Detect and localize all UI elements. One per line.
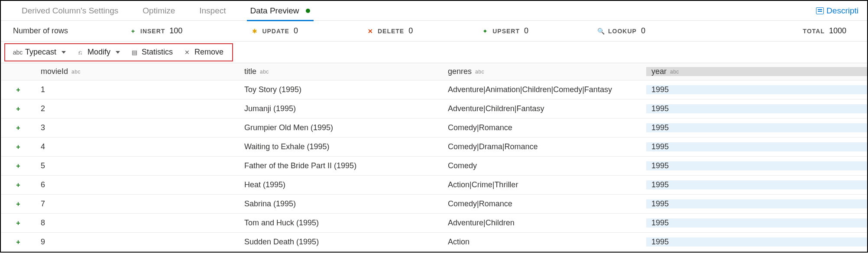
stat-name: UPDATE xyxy=(262,28,289,35)
cell-genres: Comedy|Romance xyxy=(443,199,646,208)
table-header: movieId abc title abc genres abc year ab… xyxy=(1,63,867,80)
cell-title: Sudden Death (1995) xyxy=(239,237,443,247)
modify-button[interactable]: ⎌ Modify xyxy=(72,45,124,60)
status-dot-icon xyxy=(306,9,310,13)
plus-icon: + xyxy=(16,200,20,208)
cell-year: 1995 xyxy=(646,104,867,113)
table-row[interactable]: +4Waiting to Exhale (1995)Comedy|Drama|R… xyxy=(1,138,867,157)
column-toolbar: abc Typecast ⎌ Modify ▤ Statistics ✕ Rem… xyxy=(4,43,233,61)
cell-genres: Action xyxy=(443,237,646,247)
stat-total: TOTAL 1000 xyxy=(803,26,846,35)
cell-genres: Action|Crime|Thriller xyxy=(443,180,646,189)
row-expand[interactable]: + xyxy=(1,142,36,151)
cell-year: 1995 xyxy=(646,85,867,94)
row-expand[interactable]: + xyxy=(1,199,36,208)
tab-optimize[interactable]: Optimize xyxy=(130,1,187,21)
table-row[interactable]: +5Father of the Bride Part II (1995)Come… xyxy=(1,157,867,176)
tab-inspect[interactable]: Inspect xyxy=(187,1,238,21)
type-badge: abc xyxy=(475,69,484,75)
cell-year: 1995 xyxy=(646,142,867,151)
cell-title: Grumpier Old Men (1995) xyxy=(239,123,443,132)
stat-name: LOOKUP xyxy=(608,28,637,35)
typecast-button[interactable]: abc Typecast xyxy=(10,45,70,60)
column-label: genres xyxy=(448,67,472,76)
row-expand[interactable]: + xyxy=(1,85,36,94)
plus-icon: + xyxy=(16,219,20,227)
description-link[interactable]: Descripti xyxy=(816,6,858,16)
button-label: Statistics xyxy=(142,48,173,57)
plus-icon: + xyxy=(16,86,20,93)
stat-value: 0 xyxy=(641,26,645,35)
row-expand[interactable]: + xyxy=(1,104,36,113)
plus-icon: + xyxy=(16,105,20,112)
cell-year: 1995 xyxy=(646,218,867,228)
plus-icon: + xyxy=(16,124,20,131)
row-expand[interactable]: + xyxy=(1,237,36,247)
table-row[interactable]: +8Tom and Huck (1995)Adventure|Children1… xyxy=(1,214,867,233)
branch-icon: ⎌ xyxy=(76,48,84,56)
cell-genres: Adventure|Animation|Children|Comedy|Fant… xyxy=(443,85,646,94)
row-expand[interactable]: + xyxy=(1,180,36,189)
table-row[interactable]: +3Grumpier Old Men (1995)Comedy|Romance1… xyxy=(1,119,867,138)
stat-value: 0 xyxy=(408,26,413,35)
table-row[interactable]: +9Sudden Death (1995)Action1995 xyxy=(1,233,867,252)
cell-genres: Comedy|Romance xyxy=(443,123,646,132)
cell-title: Toy Story (1995) xyxy=(239,85,443,94)
plus-icon: + xyxy=(16,143,20,151)
tab-data-preview[interactable]: Data Preview xyxy=(238,1,322,21)
column-header-movieid[interactable]: movieId abc xyxy=(36,67,239,76)
column-label: year xyxy=(651,67,667,76)
stat-update: ✱ UPDATE 0 xyxy=(252,26,298,35)
cell-genres: Comedy xyxy=(443,161,646,170)
cell-year: 1995 xyxy=(646,123,867,132)
column-header-title[interactable]: title abc xyxy=(239,67,443,76)
row-expand[interactable]: + xyxy=(1,123,36,132)
cell-genres: Adventure|Children|Fantasy xyxy=(443,104,646,113)
statistics-button[interactable]: ▤ Statistics xyxy=(126,45,177,60)
cell-title: Heat (1995) xyxy=(239,180,443,189)
chart-icon: ▤ xyxy=(130,48,138,56)
column-label: title xyxy=(244,67,256,76)
cell-movieid: 9 xyxy=(36,237,239,247)
table-row[interactable]: +1Toy Story (1995)Adventure|Animation|Ch… xyxy=(1,80,867,99)
remove-button[interactable]: ✕ Remove xyxy=(179,45,228,60)
stat-name: TOTAL xyxy=(803,28,825,35)
spark-icon: ✱ xyxy=(252,28,258,34)
type-badge: abc xyxy=(260,69,269,75)
row-expand[interactable]: + xyxy=(1,218,36,228)
type-badge: abc xyxy=(71,69,81,75)
row-expand[interactable]: + xyxy=(1,161,36,170)
chevron-down-icon xyxy=(62,51,66,54)
plus-icon: + xyxy=(16,162,20,170)
plus-icon: + xyxy=(16,238,20,246)
column-header-year[interactable]: year abc xyxy=(646,67,867,76)
table-row[interactable]: +6Heat (1995)Action|Crime|Thriller1995 xyxy=(1,176,867,195)
table-row[interactable]: +7Sabrina (1995)Comedy|Romance1995 xyxy=(1,195,867,214)
column-toolbar-wrap: abc Typecast ⎌ Modify ▤ Statistics ✕ Rem… xyxy=(1,42,867,63)
cell-movieid: 2 xyxy=(36,104,239,113)
stat-delete: ✕ DELETE 0 xyxy=(367,26,413,35)
tab-derived-column-settings[interactable]: Derived Column's Settings xyxy=(10,1,130,21)
tab-bar: Derived Column's Settings Optimize Inspe… xyxy=(1,1,867,21)
row-stats-bar: Number of rows + INSERT 100 ✱ UPDATE 0 ✕… xyxy=(1,21,867,42)
stat-name: INSERT xyxy=(140,28,165,35)
table-body: +1Toy Story (1995)Adventure|Animation|Ch… xyxy=(1,80,867,252)
cell-movieid: 3 xyxy=(36,123,239,132)
search-icon: 🔍 xyxy=(598,28,604,34)
plus-icon: + xyxy=(16,181,20,189)
close-icon: ✕ xyxy=(183,48,191,56)
cell-movieid: 6 xyxy=(36,180,239,189)
plus-icon: + xyxy=(130,28,136,34)
cell-title: Tom and Huck (1995) xyxy=(239,218,443,228)
cell-title: Jumanji (1995) xyxy=(239,104,443,113)
button-label: Modify xyxy=(87,48,110,57)
stat-value: 100 xyxy=(169,26,182,35)
description-label: Descripti xyxy=(826,6,858,16)
stat-insert: + INSERT 100 xyxy=(130,26,182,35)
cell-movieid: 4 xyxy=(36,142,239,151)
table-row[interactable]: +2Jumanji (1995)Adventure|Children|Fanta… xyxy=(1,99,867,119)
chevron-down-icon xyxy=(116,51,120,54)
column-label: movieId xyxy=(41,67,68,76)
cell-genres: Comedy|Drama|Romance xyxy=(443,142,646,151)
column-header-genres[interactable]: genres abc xyxy=(443,67,646,76)
